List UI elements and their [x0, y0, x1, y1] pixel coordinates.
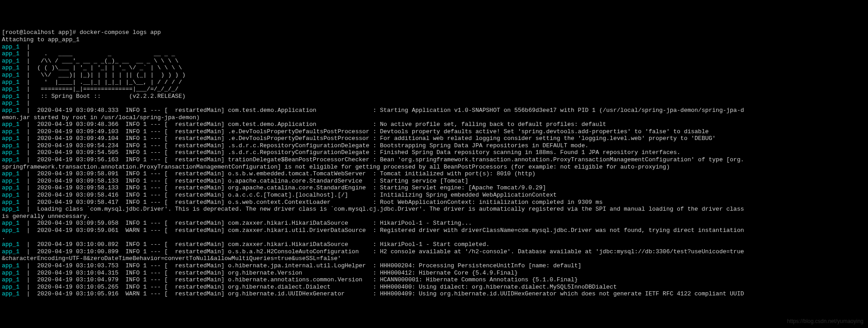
log-line: app_1 | 2020-04-19 03:09:59.058 INFO 1 -…	[2, 220, 866, 227]
log-line: app_1 | 2020-04-19 03:10:04.315 INFO 1 -…	[2, 270, 866, 277]
log-line: app_1 | . ____ _ __ _ _	[2, 50, 866, 58]
log-line: app_1 | 2020-04-19 03:09:58.416 INFO 1 -…	[2, 192, 866, 199]
log-line: app_1 | =========|_|==============|___/=…	[2, 86, 866, 93]
log-line: app_1 | 2020-04-19 03:09:58.417 INFO 1 -…	[2, 199, 866, 206]
log-line: app_1 | 2020-04-19 03:10:00.892 INFO 1 -…	[2, 241, 866, 248]
log-line: app_1 | 2020-04-19 03:10:03.753 INFO 1 -…	[2, 262, 866, 270]
log-line-wrap: is generally unnecessary.	[2, 213, 866, 220]
log-line: app_1 | 2020-04-19 03:09:48.366 INFO 1 -…	[2, 121, 866, 128]
log-line: app_1 | Loading class `com.mysql.jdbc.Dr…	[2, 206, 866, 213]
log-line: app_1 | ( ( )\___ | '_ | '_| | '_ \/ _` …	[2, 64, 866, 72]
log-line: app_1 | 2020-04-19 03:09:48.333 INFO 1 -…	[2, 107, 866, 114]
log-line: app_1 |	[2, 100, 866, 107]
attach-line: Attaching to app_app_1	[2, 36, 866, 43]
log-line: app_1 | ' |____| .__|_| |_|_| |_\__, | /…	[2, 79, 866, 86]
log-line: app_1 | 2020-04-19 03:10:05.265 INFO 1 -…	[2, 284, 866, 291]
log-line: app_1 |	[2, 43, 866, 51]
log-line: app_1 | 2020-04-19 03:09:58.091 INFO 1 -…	[2, 170, 866, 178]
log-line: app_1 | 2020-04-19 03:09:58.133 INFO 1 -…	[2, 178, 866, 185]
log-line-wrap: springframework.transaction.annotation.P…	[2, 164, 866, 171]
log-line: app_1 | 2020-04-19 03:09:49.104 INFO 1 -…	[2, 135, 866, 142]
terminal-output: [root@localhost app]# docker-compose log…	[2, 29, 866, 298]
log-line: app_1 | 2020-04-19 03:10:00.899 INFO 1 -…	[2, 248, 866, 256]
log-line: app_1 | :: Spring Boot :: (v2.2.2.RELEAS…	[2, 93, 866, 100]
log-line: app_1 | /\\ / ___'_ __ _ _(_)_ __ __ _ \…	[2, 58, 866, 65]
shell-prompt[interactable]: [root@localhost app]# docker-compose log…	[2, 29, 866, 36]
log-line: app_1 | 2020-04-19 03:09:49.103 INFO 1 -…	[2, 128, 866, 135]
log-line: app_1 | 2020-04-19 03:10:05.916 WARN 1 -…	[2, 290, 866, 298]
log-line: app_1 | 2020-04-19 03:09:59.061 WARN 1 -…	[2, 227, 866, 234]
log-line: app_1 | 2020-04-19 03:09:56.163 INFO 1 -…	[2, 156, 866, 164]
watermark: https://blog.csdn.net/yumaoying	[787, 318, 863, 325]
log-line-wrap: .	[2, 234, 866, 241]
log-line-wrap: &characterEncoding=UTF-8&zeroDateTimeBeh…	[2, 255, 866, 262]
log-line: app_1 | 2020-04-19 03:09:54.505 INFO 1 -…	[2, 149, 866, 156]
log-line-wrap: emon.jar started by root in /usr/local/s…	[2, 114, 866, 121]
log-line: app_1 | 2020-04-19 03:09:58.133 INFO 1 -…	[2, 184, 866, 192]
log-line: app_1 | \\/ ___)| |_)| | | | | || (_| | …	[2, 72, 866, 79]
log-line: app_1 | 2020-04-19 03:10:04.979 INFO 1 -…	[2, 276, 866, 284]
log-line: app_1 | 2020-04-19 03:09:54.234 INFO 1 -…	[2, 142, 866, 150]
